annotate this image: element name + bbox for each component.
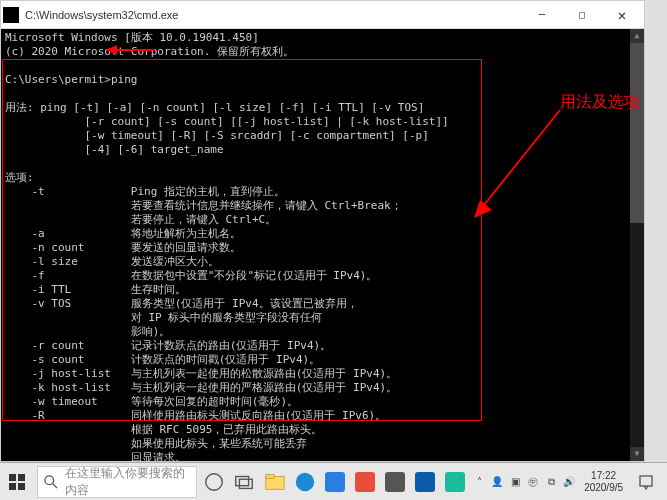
tray-people-icon[interactable]: 👤 xyxy=(488,463,506,501)
taskbar-app-1[interactable] xyxy=(320,463,350,501)
svg-rect-16 xyxy=(640,476,652,486)
tray-chevron-icon[interactable]: ˄ xyxy=(470,463,488,501)
cortana-button[interactable] xyxy=(199,463,229,501)
tray-app-icon[interactable]: ▣ xyxy=(506,463,524,501)
taskbar-app-5[interactable] xyxy=(440,463,470,501)
svg-rect-12 xyxy=(240,479,253,488)
task-view-button[interactable] xyxy=(229,463,259,501)
svg-rect-11 xyxy=(236,476,249,485)
svg-point-15 xyxy=(295,472,313,490)
window-title: C:\Windows\system32\cmd.exe xyxy=(25,9,522,21)
scrollbar[interactable]: ▲ ▼ xyxy=(630,29,644,461)
search-placeholder: 在这里输入你要搜索的内容 xyxy=(65,465,192,499)
svg-rect-5 xyxy=(18,474,25,481)
scroll-up-button[interactable]: ▲ xyxy=(630,29,644,43)
taskbar-app-explorer[interactable] xyxy=(259,463,289,501)
tray-volume-icon[interactable]: 🔊 xyxy=(560,463,578,501)
svg-rect-4 xyxy=(9,474,16,481)
close-button[interactable]: ✕ xyxy=(602,1,642,29)
svg-point-10 xyxy=(206,473,223,490)
svg-rect-7 xyxy=(18,483,25,490)
svg-line-9 xyxy=(52,483,56,487)
taskbar-clock[interactable]: 17:22 2020/9/5 xyxy=(578,470,629,494)
search-icon xyxy=(42,475,60,489)
taskbar-app-2[interactable] xyxy=(350,463,380,501)
taskbar-search[interactable]: 在这里输入你要搜索的内容 xyxy=(37,466,197,498)
start-button[interactable] xyxy=(0,463,35,501)
tray-network-icon[interactable]: ⧉ xyxy=(542,463,560,501)
scroll-thumb[interactable] xyxy=(630,43,644,223)
minimize-button[interactable]: ─ xyxy=(522,1,562,29)
cmd-icon xyxy=(3,7,19,23)
svg-point-8 xyxy=(45,475,54,484)
taskbar-app-3[interactable] xyxy=(380,463,410,501)
taskbar-app-4[interactable] xyxy=(410,463,440,501)
notifications-button[interactable] xyxy=(629,463,663,501)
taskbar-app-edge[interactable] xyxy=(290,463,320,501)
taskbar: 在这里输入你要搜索的内容 ˄ 👤 ▣ ㊥ ⧉ 🔊 17:22 2020/9/5 xyxy=(0,462,667,500)
scroll-down-button[interactable]: ▼ xyxy=(630,447,644,461)
window-titlebar[interactable]: C:\Windows\system32\cmd.exe ─ □ ✕ xyxy=(1,1,644,29)
clock-time: 17:22 xyxy=(584,470,623,482)
clock-date: 2020/9/5 xyxy=(584,482,623,494)
svg-rect-6 xyxy=(9,483,16,490)
windows-icon xyxy=(9,474,25,490)
svg-rect-14 xyxy=(265,474,273,478)
tray-ime-icon[interactable]: ㊥ xyxy=(524,463,542,501)
terminal-output[interactable]: Microsoft Windows [版本 10.0.19041.450] (c… xyxy=(1,29,644,461)
cmd-window: C:\Windows\system32\cmd.exe ─ □ ✕ Micros… xyxy=(0,0,645,462)
maximize-button[interactable]: □ xyxy=(562,1,602,29)
